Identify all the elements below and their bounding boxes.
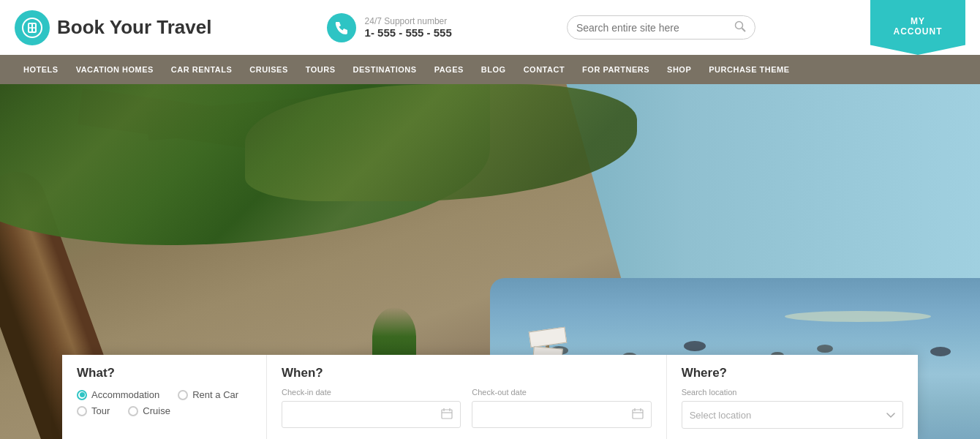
nav-blog[interactable]: BLOG [472,55,515,84]
search-bar [567,15,755,40]
search-icon[interactable] [734,20,746,34]
search-input[interactable] [576,22,730,34]
nav-pages[interactable]: PAGES [426,55,472,84]
svg-rect-10 [633,410,643,419]
nav-cruises[interactable]: CRUISES [241,55,296,84]
nav-purchase-theme[interactable]: PURCHASE THEME [700,55,798,84]
my-account-button[interactable]: MY ACCOUNT [870,0,965,55]
radio-accommodation[interactable]: Accommodation [77,389,159,400]
logo-icon [15,10,50,45]
support-text: 24/7 Support number 1- 555 - 555 - 555 [365,16,452,39]
checkin-input[interactable] [290,409,441,420]
what-section: What? Accommodation Rent a Car Tour [62,355,267,439]
checkout-label: Check-out date [472,388,651,397]
nav-destinations[interactable]: DESTINATIONS [344,55,426,84]
radio-tour[interactable]: Tour [77,405,110,416]
checkin-calendar-icon [441,408,453,421]
where-title: Where? [682,366,903,380]
nav-contact[interactable]: CONTACT [515,55,573,84]
support-area: 24/7 Support number 1- 555 - 555 - 555 [327,13,452,42]
nav-shop[interactable]: SHOP [658,55,700,84]
checkin-field: Check-in date [282,388,461,428]
checkin-label: Check-in date [282,388,461,397]
chevron-down-icon [886,408,895,421]
site-title: Book Your Travel [57,16,211,39]
svg-point-4 [735,22,742,29]
phone-icon [327,13,356,42]
what-title: What? [77,366,252,380]
location-select-text: Select location [690,410,886,421]
checkout-input[interactable] [480,409,631,420]
radio-rent-a-car[interactable]: Rent a Car [178,389,238,400]
when-title: When? [282,366,652,380]
search-location-label: Search location [682,388,903,397]
support-number: 1- 555 - 555 - 555 [365,26,452,39]
radio-cruise[interactable]: Cruise [128,405,170,416]
support-label: 24/7 Support number [365,16,452,26]
nav-tours[interactable]: TOURS [297,55,344,84]
when-section: When? Check-in date C [267,355,667,439]
nav-car-rentals[interactable]: CAR RENTALS [162,55,241,84]
nav-hotels[interactable]: HOTELS [15,55,67,84]
logo-area[interactable]: Book Your Travel [15,10,211,45]
where-section: Where? Search location Select location [667,355,918,439]
checkout-field: Check-out date [472,388,651,428]
nav-for-partners[interactable]: FOR PARTNERS [573,55,658,84]
site-header: Book Your Travel 24/7 Support number 1- … [0,0,980,55]
search-panel: What? Accommodation Rent a Car Tour [62,355,918,439]
nav-vacation-homes[interactable]: VACATION HOMES [67,55,162,84]
checkout-calendar-icon [632,408,644,421]
main-nav: HOTELS VACATION HOMES CAR RENTALS CRUISE… [0,55,980,84]
svg-line-5 [742,29,745,32]
location-select[interactable]: Select location [682,401,903,429]
svg-rect-6 [442,410,452,419]
